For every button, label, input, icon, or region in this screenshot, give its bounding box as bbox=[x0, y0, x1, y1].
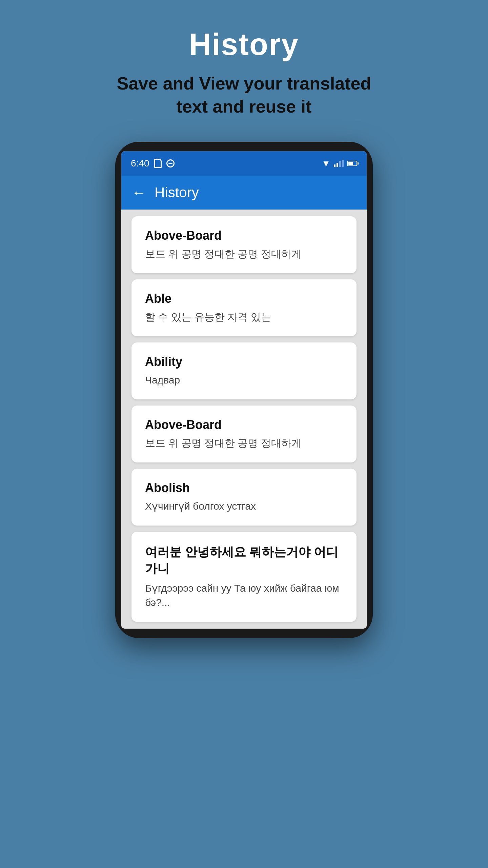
wifi-icon: ▼ bbox=[322, 158, 330, 169]
history-card[interactable]: 여러분 안녕하세요 뭐하는거야 어디 가니Бүгдээрээ сайн уу Т… bbox=[131, 532, 357, 622]
do-not-disturb-icon bbox=[166, 159, 175, 167]
history-card[interactable]: Above-Board보드 위 공명 정대한 공명 정대하게 bbox=[131, 406, 357, 462]
card-title: Above-Board bbox=[145, 229, 343, 243]
card-translation: 보드 위 공명 정대한 공명 정대하게 bbox=[145, 436, 343, 450]
card-translation: Бүгдээрээ сайн уу Та юу хийж байгаа юм б… bbox=[145, 581, 343, 610]
phone-frame: 6:40 ▼ bbox=[115, 142, 373, 638]
phone-screen: 6:40 ▼ bbox=[121, 151, 367, 629]
card-title: Above-Board bbox=[145, 418, 343, 432]
history-card[interactable]: AbilityЧадвар bbox=[131, 342, 357, 399]
battery-icon bbox=[347, 161, 357, 166]
card-translation: 할 수 있는 유능한 자격 있는 bbox=[145, 310, 343, 324]
card-translation: Хүчингүй болгох устгах bbox=[145, 499, 343, 513]
card-title: 여러분 안녕하세요 뭐하는거야 어디 가니 bbox=[145, 544, 343, 577]
history-list: Above-Board보드 위 공명 정대한 공명 정대하게Able할 수 있는… bbox=[121, 210, 367, 629]
status-bar: 6:40 ▼ bbox=[121, 151, 367, 176]
page-title: History bbox=[112, 27, 376, 62]
status-icons: ▼ bbox=[322, 158, 357, 169]
sim-icon bbox=[154, 159, 162, 168]
card-title: Abolish bbox=[145, 481, 343, 495]
signal-icon bbox=[334, 160, 344, 167]
page-header: History Save and View your translated te… bbox=[112, 0, 376, 138]
history-card[interactable]: AbolishХүчингүй болгох устгах bbox=[131, 469, 357, 526]
app-bar-title: History bbox=[155, 184, 199, 201]
app-bar: ← History bbox=[121, 176, 367, 210]
history-card[interactable]: Above-Board보드 위 공명 정대한 공명 정대하게 bbox=[131, 216, 357, 273]
history-card[interactable]: Able할 수 있는 유능한 자격 있는 bbox=[131, 279, 357, 336]
card-title: Able bbox=[145, 292, 343, 306]
back-button[interactable]: ← bbox=[131, 185, 146, 200]
card-translation: 보드 위 공명 정대한 공명 정대하게 bbox=[145, 247, 343, 261]
status-time: 6:40 bbox=[131, 158, 149, 169]
page-subtitle: Save and View your translated text and r… bbox=[112, 72, 376, 118]
card-translation: Чадвар bbox=[145, 373, 343, 387]
card-title: Ability bbox=[145, 355, 343, 369]
